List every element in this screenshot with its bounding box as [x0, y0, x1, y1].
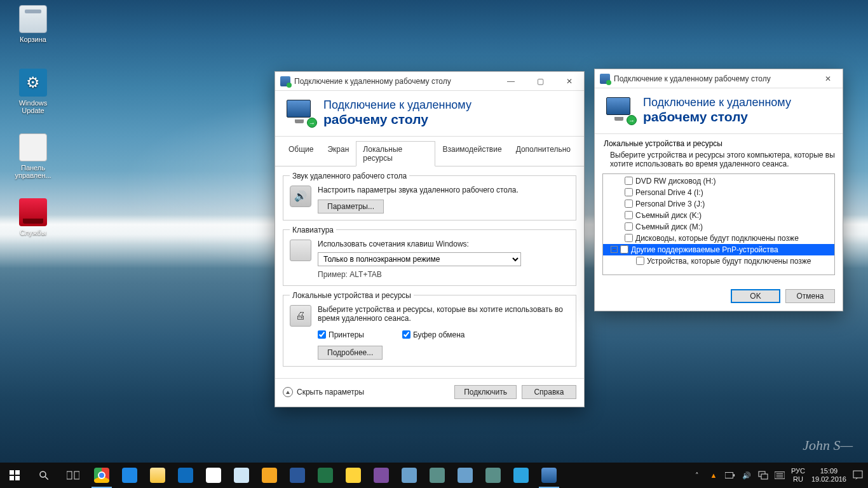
taskbar: ˄ ▲ 🔊 РУС RU 15:09 19.02.2016 [0, 463, 868, 488]
tree-item-pnp-devices[interactable]: Другие поддерживаемые PnP-устройства [603, 244, 834, 255]
notepad-icon [206, 468, 221, 483]
devices-tree[interactable]: DVD RW дисковод (H:) Personal Drive 4 (I… [602, 173, 835, 275]
taskbar-app-snip[interactable] [367, 463, 395, 488]
taskbar-app-rdp[interactable] [535, 463, 563, 488]
taskbar-app-generic-4[interactable] [479, 463, 507, 488]
control-panel-icon [19, 133, 47, 161]
group-desc: Настроить параметры звука удаленного раб… [318, 186, 569, 194]
svg-point-0 [40, 471, 46, 477]
taskbar-app-outlook[interactable] [255, 463, 283, 488]
app-icon [458, 468, 473, 483]
magnifier-icon [234, 468, 249, 483]
tray-keyboard-icon[interactable] [775, 470, 785, 480]
tray-lang-2: RU [791, 475, 805, 484]
tree-expander-icon[interactable] [611, 246, 618, 253]
taskbar-app-notepad[interactable] [200, 463, 227, 488]
checkbox-printers[interactable]: Принтеры [318, 329, 364, 339]
tray-clock[interactable]: 15:09 19.02.2016 [811, 467, 846, 483]
checkbox-clipboard-input[interactable] [402, 330, 410, 339]
keyboard-hint: Пример: ALT+TAB [318, 270, 569, 279]
cancel-button[interactable]: Отмена [785, 289, 835, 303]
taskbar-app-telegram[interactable] [507, 463, 535, 488]
taskbar-app-generic-2[interactable] [423, 463, 451, 488]
windows-logo-icon [10, 470, 20, 480]
tree-item-drive-j[interactable]: Personal Drive 3 (J:) [603, 198, 834, 210]
banner: Подключение к удаленному рабочему столу [275, 91, 584, 137]
audio-settings-button[interactable]: Параметры... [318, 200, 384, 214]
taskbar-app-explorer[interactable] [144, 463, 172, 488]
taskbar-app-chrome[interactable] [88, 463, 116, 488]
tab-general[interactable]: Общие [281, 141, 320, 166]
tab-experience[interactable]: Взаимодействие [435, 141, 508, 166]
tray-language[interactable]: РУС RU [791, 467, 805, 483]
connect-button[interactable]: Подключить [454, 385, 517, 399]
checkbox-printers-input[interactable] [318, 330, 326, 339]
tree-checkbox[interactable] [636, 257, 644, 265]
tray-overflow-button[interactable]: ˄ [692, 470, 702, 480]
desktop-icon-control-panel[interactable]: Панель управлен... [9, 133, 57, 179]
hide-options-link[interactable]: Скрыть параметры [297, 388, 364, 396]
tree-item-drive-k[interactable]: Съемный диск (K:) [603, 210, 834, 221]
tree-item-future-devices[interactable]: Устройства, которые будут подключены поз… [603, 255, 834, 267]
tray-battery-icon[interactable] [725, 470, 735, 480]
rdp-monitor-icon [606, 97, 634, 123]
excel-icon [318, 468, 333, 483]
recycle-bin-icon [19, 5, 47, 33]
titlebar[interactable]: Подключение к удаленному рабочему столу … [595, 69, 843, 88]
tree-item-drive-i[interactable]: Personal Drive 4 (I:) [603, 187, 834, 198]
tree-checkbox[interactable] [620, 245, 628, 254]
taskbar-app-magnifier[interactable] [227, 463, 255, 488]
minimize-button[interactable]: — [496, 72, 526, 91]
desktop-icon-windows-update[interactable]: Windows Update [9, 69, 57, 114]
banner-title: Подключение к удаленному рабочему столу [643, 96, 791, 125]
rdp-icon [541, 468, 557, 483]
banner-line2: рабочему столу [323, 112, 471, 127]
keyboard-icon [290, 240, 311, 261]
tree-item-future-drives[interactable]: Дисководы, которые будут подключены позж… [603, 233, 834, 244]
close-button[interactable]: ✕ [555, 72, 584, 91]
tree-checkbox[interactable] [625, 211, 633, 219]
taskbar-app-generic-3[interactable] [451, 463, 479, 488]
ok-button[interactable]: OK [731, 289, 780, 303]
group-remote-audio: Звук удаленного рабочего стола Настроить… [283, 172, 576, 220]
tray-action-center-icon[interactable] [853, 470, 863, 480]
tree-label: Дисководы, которые будут подключены позж… [635, 234, 799, 243]
tab-display[interactable]: Экран [320, 141, 356, 166]
taskbar-app-excel[interactable] [311, 463, 339, 488]
taskbar-app-ie[interactable] [116, 463, 144, 488]
maximize-button[interactable]: ▢ [526, 72, 555, 91]
taskbar-app-word[interactable] [283, 463, 311, 488]
svg-rect-12 [853, 471, 862, 478]
close-button[interactable]: ✕ [813, 69, 843, 88]
taskbar-app-python[interactable] [339, 463, 367, 488]
taskview-button[interactable] [58, 463, 88, 488]
taskbar-app-edge[interactable] [172, 463, 200, 488]
taskbar-app-generic-1[interactable] [395, 463, 423, 488]
help-button[interactable]: Справка [522, 385, 576, 399]
more-devices-button[interactable]: Подробнее... [318, 346, 383, 360]
group-desc: Выберите устройства и ресурсы, которые в… [318, 305, 569, 323]
keyboard-combo[interactable]: Только в полноэкранном режиме [318, 252, 521, 266]
desktop-icon-recycle-bin[interactable]: Корзина [9, 5, 57, 43]
titlebar[interactable]: Подключение к удаленному рабочему столу … [275, 72, 584, 91]
tree-item-drive-m[interactable]: Съемный диск (M:) [603, 221, 834, 233]
checkbox-clipboard[interactable]: Буфер обмена [402, 329, 465, 339]
search-button[interactable] [29, 463, 58, 488]
tree-checkbox[interactable] [625, 200, 633, 208]
tree-checkbox[interactable] [625, 222, 633, 231]
start-button[interactable] [0, 463, 29, 488]
group-legend: Звук удаленного рабочего стола [290, 172, 409, 180]
tray-vlc-icon[interactable]: ▲ [709, 470, 719, 480]
desktop-icon-services[interactable]: Службы [9, 198, 57, 236]
tray-volume-icon[interactable]: 🔊 [742, 470, 752, 480]
tree-checkbox[interactable] [625, 177, 633, 185]
tray-network-icon[interactable] [758, 470, 768, 480]
tab-local-resources[interactable]: Локальные ресурсы [356, 141, 435, 166]
tab-advanced[interactable]: Дополнительно [509, 141, 578, 166]
tree-item-dvd[interactable]: DVD RW дисковод (H:) [603, 175, 834, 187]
window-title: Подключение к удаленному рабочему столу [614, 74, 813, 83]
tree-checkbox[interactable] [625, 188, 633, 196]
collapse-icon[interactable] [283, 387, 293, 397]
tree-checkbox[interactable] [625, 234, 633, 242]
tray-lang-1: РУС [791, 467, 805, 475]
